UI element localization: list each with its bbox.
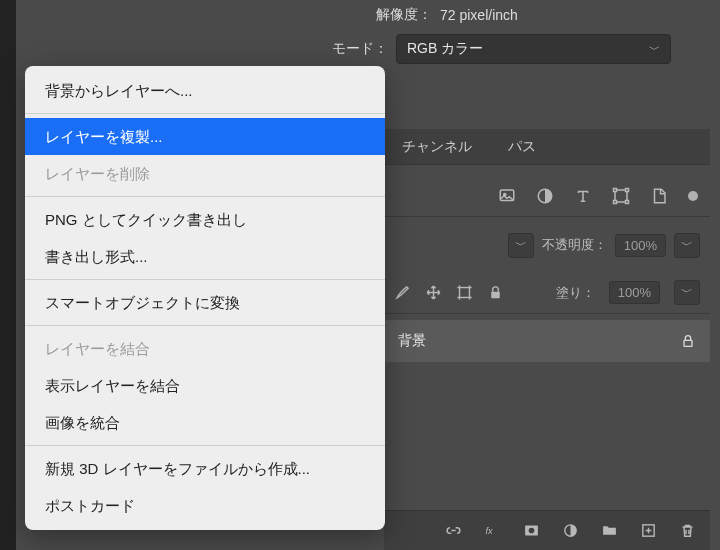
svg-rect-6 [614,200,617,203]
lock-all-icon[interactable] [487,284,504,301]
lock-icon[interactable] [680,333,696,349]
type-filter-icon[interactable] [574,187,592,205]
lock-row: 塗り： 100% ﹀ [384,272,710,314]
chevron-down-icon: ﹀ [681,237,693,254]
menu-separator [25,113,385,114]
menu-background-to-layer[interactable]: 背景からレイヤーへ... [25,72,385,109]
color-label-icon[interactable] [688,191,698,201]
opacity-label: 不透明度： [542,236,607,254]
trash-icon[interactable] [679,522,696,539]
menu-separator [25,445,385,446]
svg-rect-10 [684,340,692,346]
svg-rect-8 [460,288,470,298]
fill-label: 塗り： [556,284,595,302]
menu-merge-layers: レイヤーを結合 [25,330,385,367]
image-filter-icon[interactable] [498,187,516,205]
fx-icon[interactable]: fx [484,522,501,539]
menu-new-3d-layer[interactable]: 新規 3D レイヤーをファイルから作成... [25,450,385,487]
opacity-row: ﹀ 不透明度： 100% ﹀ [384,224,710,266]
svg-rect-7 [626,200,629,203]
mode-value: RGB カラー [407,40,483,58]
layer-context-menu: 背景からレイヤーへ... レイヤーを複製... レイヤーを削除 PNG としてク… [25,66,385,530]
link-icon[interactable] [445,522,462,539]
menu-separator [25,325,385,326]
folder-icon[interactable] [601,522,618,539]
panel-tabs: チャンネル パス [384,129,710,165]
menu-separator [25,279,385,280]
chevron-down-icon: ﹀ [515,237,527,254]
svg-rect-4 [614,188,617,191]
menu-postcard[interactable]: ポストカード [25,487,385,524]
tab-path[interactable]: パス [490,129,554,165]
menu-export-as[interactable]: 書き出し形式... [25,238,385,275]
layers-bottom-bar: fx [384,510,710,550]
mask-icon[interactable] [523,522,540,539]
new-layer-icon[interactable] [640,522,657,539]
layer-item-background[interactable]: 背景 [384,320,710,362]
resolution-value: 72 pixel/inch [440,7,518,23]
chevron-down-icon: ﹀ [649,42,660,57]
fill-value[interactable]: 100% [609,281,660,304]
filter-icons-row [384,175,710,217]
svg-point-13 [529,528,535,534]
fill-chevron[interactable]: ﹀ [674,280,700,305]
adjustment-icon[interactable] [562,522,579,539]
svg-text:fx: fx [485,526,493,536]
shape-filter-icon[interactable] [612,187,630,205]
svg-rect-5 [626,188,629,191]
resolution-label: 解像度： [376,6,432,24]
mode-label: モード： [332,40,388,58]
chevron-down-icon: ﹀ [681,284,693,301]
menu-quick-export-png[interactable]: PNG としてクイック書き出し [25,201,385,238]
svg-rect-9 [491,292,500,298]
layer-name: 背景 [398,332,670,350]
adjustment-filter-icon[interactable] [536,187,554,205]
tab-channel[interactable]: チャンネル [384,129,490,165]
move-lock-icon[interactable] [425,284,442,301]
opacity-value[interactable]: 100% [615,234,666,257]
menu-duplicate-layer[interactable]: レイヤーを複製... [25,118,385,155]
menu-separator [25,196,385,197]
menu-merge-visible[interactable]: 表示レイヤーを結合 [25,367,385,404]
mode-select[interactable]: RGB カラー ﹀ [396,34,671,64]
menu-convert-smart-object[interactable]: スマートオブジェクトに変換 [25,284,385,321]
menu-delete-layer: レイヤーを削除 [25,155,385,192]
menu-flatten-image[interactable]: 画像を統合 [25,404,385,441]
smartobject-filter-icon[interactable] [650,187,668,205]
artboard-lock-icon[interactable] [456,284,473,301]
opacity-chevron[interactable]: ﹀ [674,233,700,258]
brush-lock-icon[interactable] [394,284,411,301]
blend-mode-select[interactable]: ﹀ [508,233,534,258]
